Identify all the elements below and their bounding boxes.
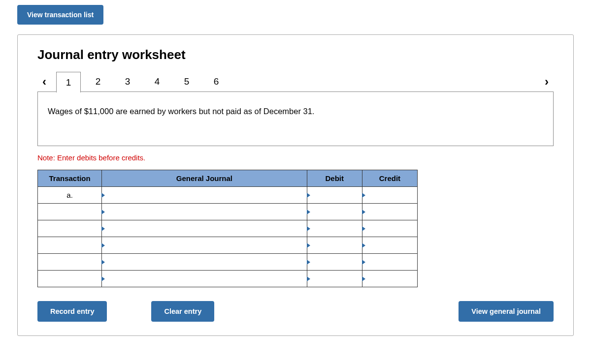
tab-6[interactable]: 6 [204, 71, 229, 92]
cell-debit[interactable] [307, 254, 362, 271]
cell-transaction [38, 220, 102, 237]
cell-credit[interactable] [362, 271, 417, 287]
cell-debit[interactable] [307, 237, 362, 254]
table-row [38, 271, 418, 287]
cell-debit[interactable] [307, 220, 362, 237]
chevron-right-icon[interactable]: › [540, 75, 554, 89]
cell-transaction [38, 271, 102, 287]
cell-transaction [38, 237, 102, 254]
cell-credit[interactable] [362, 254, 417, 271]
cell-credit[interactable] [362, 204, 417, 220]
tab-3[interactable]: 3 [115, 71, 140, 92]
cell-credit[interactable] [362, 237, 417, 254]
cell-general-journal[interactable] [102, 187, 307, 204]
view-general-journal-button[interactable]: View general journal [459, 301, 554, 322]
cell-debit[interactable] [307, 187, 362, 204]
tab-4[interactable]: 4 [145, 71, 169, 92]
header-transaction: Transaction [38, 170, 102, 187]
transaction-description: Wages of $11,000 are earned by workers b… [37, 91, 554, 146]
cell-transaction [38, 204, 102, 220]
note-text: Note: Enter debits before credits. [37, 153, 554, 162]
cell-general-journal[interactable] [102, 204, 307, 220]
view-transaction-list-button[interactable]: View transaction list [17, 5, 103, 25]
table-row [38, 237, 418, 254]
cell-credit[interactable] [362, 220, 417, 237]
cell-transaction: a. [38, 187, 102, 204]
clear-entry-button[interactable]: Clear entry [151, 301, 214, 322]
cell-debit[interactable] [307, 271, 362, 287]
table-row [38, 254, 418, 271]
table-row: a. [38, 187, 418, 204]
journal-table: Transaction General Journal Debit Credit… [37, 170, 418, 287]
record-entry-button[interactable]: Record entry [37, 301, 107, 322]
cell-general-journal[interactable] [102, 254, 307, 271]
cell-debit[interactable] [307, 204, 362, 220]
table-row [38, 220, 418, 237]
tab-1[interactable]: 1 [56, 72, 81, 92]
cell-general-journal[interactable] [102, 271, 307, 287]
header-debit: Debit [307, 170, 362, 187]
actions-row: Record entry Clear entry View general jo… [37, 301, 554, 322]
cell-credit[interactable] [362, 187, 417, 204]
page-title: Journal entry worksheet [37, 47, 554, 62]
cell-general-journal[interactable] [102, 220, 307, 237]
cell-general-journal[interactable] [102, 237, 307, 254]
chevron-left-icon[interactable]: ‹ [37, 75, 51, 89]
tab-2[interactable]: 2 [86, 71, 110, 92]
cell-transaction [38, 254, 102, 271]
tab-5[interactable]: 5 [174, 71, 199, 92]
header-general-journal: General Journal [102, 170, 307, 187]
tabs-row: ‹ 1 2 3 4 5 6 › [37, 71, 554, 92]
worksheet-panel: Journal entry worksheet ‹ 1 2 3 4 5 6 › … [17, 34, 574, 336]
table-row [38, 204, 418, 220]
header-credit: Credit [362, 170, 417, 187]
